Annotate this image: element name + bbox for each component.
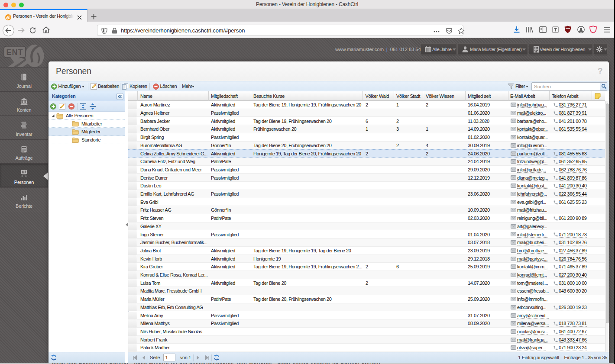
svg-text:ENT: ENT [6,48,23,57]
